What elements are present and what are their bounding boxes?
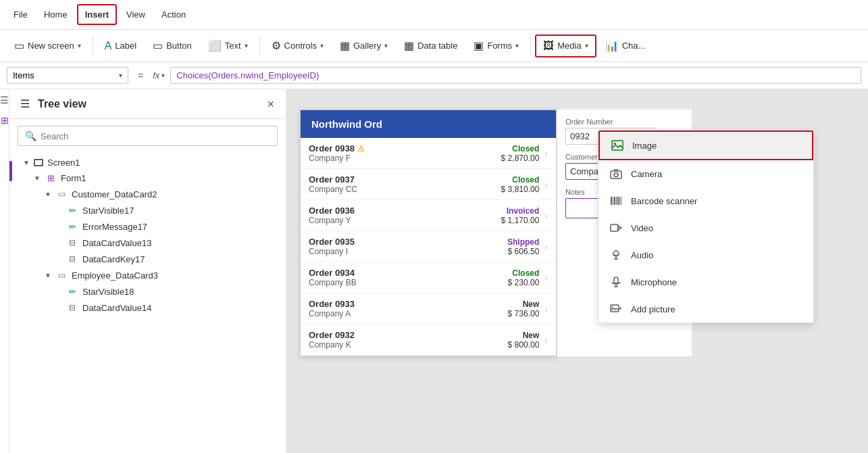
order-amount: $ 1,170.00: [501, 216, 540, 225]
order-info: Order 0933 Company A: [309, 299, 503, 318]
layers-icon[interactable]: ⊞: [1, 115, 9, 126]
svg-rect-6: [614, 197, 615, 205]
hamburger-icon[interactable]: ☰: [0, 95, 9, 105]
order-item[interactable]: Order 0932 Company K New $ 800.00 ›: [301, 325, 556, 356]
tree-item-screen1[interactable]: ▼ Screen1: [9, 156, 286, 170]
order-item[interactable]: Order 0934 Company BB Closed $ 230.00 ›: [301, 262, 556, 293]
dropdown-item-audio[interactable]: Audio: [598, 241, 813, 268]
tree-item-datacardkey17[interactable]: ⊟ DataCardKey17: [9, 251, 286, 267]
sidebar-hamburger[interactable]: ☰: [20, 97, 30, 110]
tree-item-starvisible18[interactable]: ✏ StarVisible18: [9, 283, 286, 300]
main-area: ☰ ⊞ ☰ Tree view ✕ 🔍 ▼ Screen1 ▼ ⊞ Form1: [0, 89, 868, 453]
svg-point-3: [614, 173, 618, 177]
menu-action[interactable]: Action: [155, 5, 193, 24]
search-box[interactable]: 🔍: [18, 126, 278, 146]
dropdown-item-label: Video: [631, 223, 653, 233]
dropdown-item-microphone[interactable]: Microphone: [598, 268, 813, 295]
dropdown-item-barcode[interactable]: Barcode scanner: [598, 187, 813, 214]
label-button[interactable]: A Label: [97, 35, 144, 57]
order-info: Order 0932 Company K: [309, 330, 503, 350]
text-button[interactable]: ⬜ Text ▾: [201, 34, 255, 57]
expand-icon: ▼: [45, 191, 55, 198]
active-strip: [9, 161, 12, 181]
dropdown-item-label: Camera: [631, 169, 662, 179]
order-status: Closed: [501, 175, 540, 185]
equals-sign: =: [134, 70, 147, 81]
controls-button[interactable]: ⚙ Controls ▾: [264, 34, 331, 57]
gallery-button[interactable]: ▦ Gallery ▾: [332, 34, 395, 57]
order-item[interactable]: Order 0938 ⚠ Company F Closed $ 2,870.00…: [301, 138, 556, 169]
sidebar: ☰ Tree view ✕ 🔍 ▼ Screen1 ▼ ⊞ Form1 ▼: [9, 89, 286, 453]
newscreen-button[interactable]: ▭ New screen ▾: [7, 34, 88, 57]
order-info: Order 0935 Company I: [309, 237, 502, 256]
dropdown-item-addpicture[interactable]: Add picture: [598, 295, 813, 323]
image-icon: [611, 139, 624, 152]
dropdown-item-label: Add picture: [631, 304, 675, 314]
tree-item-label: DataCardValue13: [82, 238, 151, 248]
order-item[interactable]: Order 0933 Company A New $ 736.00 ›: [301, 293, 556, 325]
label-icon: A: [105, 40, 112, 52]
tree-item-starvisible17[interactable]: ✏ StarVisible17: [9, 202, 286, 218]
expand-icon: ▼: [23, 159, 34, 166]
order-item[interactable]: Order 0937 Company CC Closed $ 3,810.00 …: [301, 169, 556, 200]
order-company: Company BB: [309, 278, 503, 287]
expand-icon: ▼: [34, 174, 45, 182]
dropdown-item-label: Image: [632, 141, 657, 151]
formula-input[interactable]: [170, 67, 861, 84]
dropdown-item-camera[interactable]: Camera: [598, 160, 813, 187]
camera-icon: [609, 167, 623, 181]
tree-item-errormessage17[interactable]: ✏ ErrorMessage17: [9, 218, 286, 235]
tree-item-datacardvalue13[interactable]: ⊟ DataCardValue13: [9, 235, 286, 251]
divider-3: [530, 37, 531, 55]
order-item[interactable]: Order 0935 Company I Shipped $ 606.50 ›: [301, 231, 556, 262]
tree-item-customer-datacard2[interactable]: ▼ ▭ Customer_DataCard2: [9, 186, 286, 202]
forms-chevron: ▾: [515, 42, 519, 49]
dropdown-item-video[interactable]: Video: [598, 214, 813, 241]
dropdown-item-label: Audio: [631, 250, 653, 260]
datacardvalue-icon: ▭: [55, 269, 68, 281]
menu-view[interactable]: View: [120, 5, 152, 24]
menu-file[interactable]: File: [7, 5, 34, 24]
dropdown-item-image[interactable]: Image: [598, 130, 813, 160]
menu-home[interactable]: Home: [37, 5, 74, 24]
forms-button[interactable]: ▣ Forms ▾: [466, 34, 526, 57]
media-button[interactable]: 🖼 Media ▾: [535, 34, 596, 57]
order-chevron-icon: ›: [544, 272, 548, 283]
svg-rect-9: [619, 197, 620, 205]
order-chevron-icon: ›: [544, 148, 548, 159]
menu-insert[interactable]: Insert: [77, 4, 117, 25]
expand-icon: ▼: [45, 272, 55, 279]
order-company: Company K: [309, 340, 503, 350]
svg-rect-8: [617, 197, 619, 205]
edit-icon: ✏: [66, 220, 78, 233]
order-number: Order 0932: [309, 330, 503, 340]
order-amount: $ 230.00: [508, 278, 540, 287]
tree-view: ▼ Screen1 ▼ ⊞ Form1 ▼ ▭ Customer_DataCar…: [9, 153, 286, 453]
chart-button[interactable]: 📊 Cha...: [598, 34, 653, 57]
sidebar-title: Tree view: [38, 98, 267, 110]
order-number: Order 0935: [309, 237, 502, 247]
datatable-button[interactable]: ▦ Data table: [397, 34, 465, 57]
svg-rect-2: [611, 171, 621, 178]
order-status: Closed: [508, 268, 540, 278]
order-item[interactable]: Order 0936 Company Y Invoiced $ 1,170.00…: [301, 200, 556, 231]
video-icon: [609, 221, 623, 235]
sidebar-close-button[interactable]: ✕: [267, 99, 275, 110]
svg-rect-7: [616, 197, 617, 205]
order-status: Shipped: [507, 237, 539, 247]
controls-chevron: ▾: [320, 42, 324, 49]
fx-indicator: fx ▾: [153, 70, 165, 80]
order-number: Order 0934: [309, 268, 503, 278]
tree-item-label: DataCardKey17: [82, 254, 145, 264]
svg-point-22: [612, 306, 613, 308]
tree-item-datacardvalue14[interactable]: ⊟ DataCardValue14: [9, 300, 286, 316]
tree-item-employee-datacard3[interactable]: ▼ ▭ Employee_DataCard3: [9, 267, 286, 283]
svg-rect-5: [613, 197, 613, 205]
menu-bar: File Home Insert View Action: [0, 0, 868, 30]
search-input[interactable]: [41, 131, 270, 141]
datacardvalue-icon: ▭: [55, 188, 68, 200]
items-dropdown[interactable]: Items ▾: [7, 67, 128, 84]
tree-item-form1[interactable]: ▼ ⊞ Form1: [9, 170, 286, 186]
svg-marker-12: [618, 226, 621, 230]
button-button[interactable]: ▭ Button: [145, 34, 199, 57]
